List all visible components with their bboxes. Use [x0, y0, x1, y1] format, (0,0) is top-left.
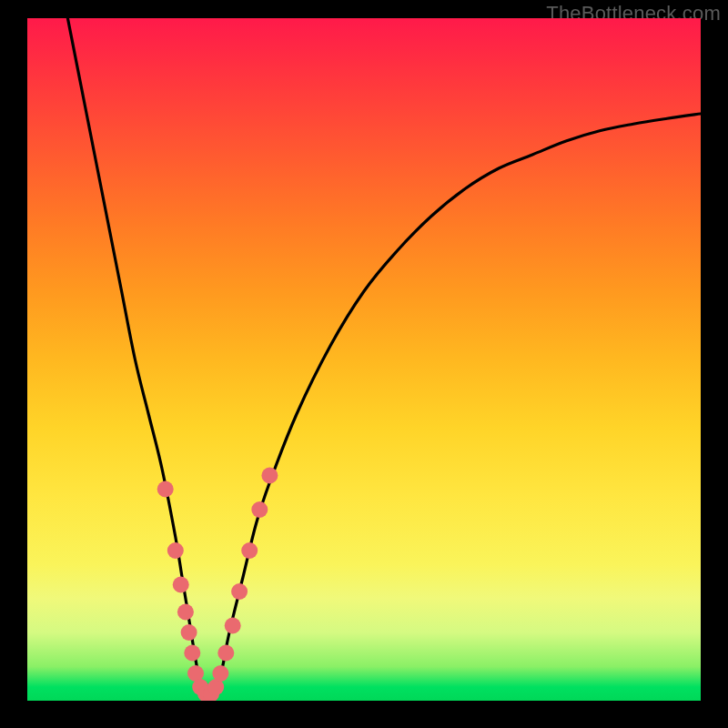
- chart-container: TheBottleneck.com: [0, 0, 728, 728]
- data-marker: [212, 665, 228, 682]
- data-marker: [157, 481, 174, 498]
- bottleneck-curve: [67, 18, 701, 701]
- data-marker: [181, 624, 197, 641]
- data-marker: [241, 542, 258, 559]
- data-marker: [167, 542, 184, 559]
- data-marker: [177, 604, 194, 621]
- data-marker: [225, 618, 241, 634]
- data-marker: [261, 468, 278, 484]
- data-marker: [217, 645, 234, 662]
- data-marker: [231, 583, 248, 600]
- data-marker: [173, 577, 189, 593]
- bottleneck-curve-svg: [27, 18, 701, 701]
- plot-area: [27, 18, 701, 701]
- markers-group: [157, 468, 278, 702]
- curve-group: [67, 18, 701, 701]
- data-marker: [251, 501, 268, 518]
- data-marker: [184, 645, 200, 662]
